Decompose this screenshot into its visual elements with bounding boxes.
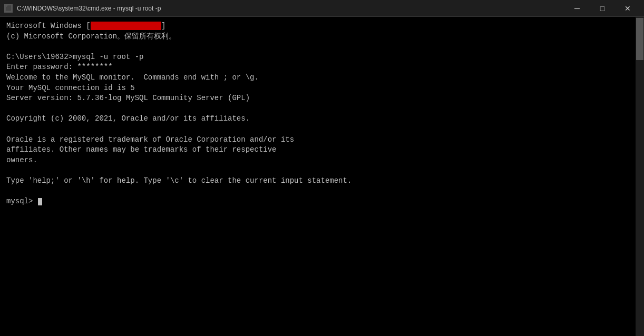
window-icon: ⬛ — [4, 4, 13, 13]
cmd-window: ⬛ C:\WINDOWS\system32\cmd.exe - mysql -u… — [0, 0, 644, 336]
terminal-line — [6, 42, 629, 52]
terminal-line: affiliates. Other names may be trademark… — [6, 145, 629, 155]
scrollbar[interactable] — [636, 17, 644, 336]
terminal-line: owners. — [6, 155, 629, 166]
terminal-line: (c) Microsoft Corporation。保留所有权利。 — [6, 32, 629, 42]
minimize-button[interactable]: ─ — [565, 0, 589, 17]
terminal-output[interactable]: Microsoft Windows [XXXXXXXXXXXXXXXX](c) … — [0, 17, 636, 336]
terminal-line: Copyright (c) 2000, 2021, Oracle and/or … — [6, 114, 629, 124]
terminal-line: C:\Users\19632>mysql -u root -p — [6, 52, 629, 63]
scrollbar-thumb[interactable] — [636, 18, 643, 60]
terminal-line: Oracle is a registered trademark of Orac… — [6, 135, 629, 145]
terminal-line: Your MySQL connection id is 5 — [6, 83, 629, 94]
cursor — [38, 198, 42, 205]
terminal-line — [6, 186, 629, 197]
title-bar-text: C:\WINDOWS\system32\cmd.exe - mysql -u r… — [17, 5, 565, 12]
redacted-version: XXXXXXXXXXXXXXXX — [91, 22, 161, 30]
title-bar-controls: ─ □ ✕ — [565, 0, 640, 17]
terminal-line: Welcome to the MySQL monitor. Commands e… — [6, 73, 629, 83]
close-button[interactable]: ✕ — [616, 0, 640, 17]
terminal-line: Microsoft Windows [XXXXXXXXXXXXXXXX] — [6, 21, 629, 32]
maximize-button[interactable]: □ — [590, 0, 614, 17]
terminal-line: Type 'help;' or '\h' for help. Type '\c'… — [6, 176, 629, 186]
terminal-line — [6, 104, 629, 114]
terminal-line: mysql> — [6, 196, 629, 207]
terminal-line: Enter password: ******** — [6, 62, 629, 73]
terminal-line — [6, 165, 629, 176]
terminal-line: Server version: 5.7.36-log MySQL Communi… — [6, 93, 629, 104]
terminal-line — [6, 124, 629, 135]
content-area: Microsoft Windows [XXXXXXXXXXXXXXXX](c) … — [0, 17, 644, 336]
title-bar: ⬛ C:\WINDOWS\system32\cmd.exe - mysql -u… — [0, 0, 644, 17]
